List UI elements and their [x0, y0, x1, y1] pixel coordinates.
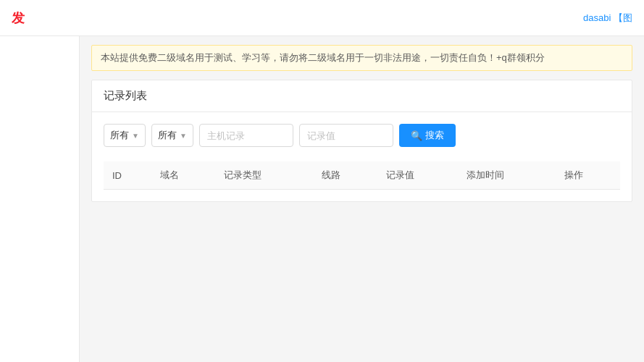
table-header: ID 域名 记录类型 线路 记录值 添加时间 操作	[104, 161, 620, 190]
col-action: 操作	[556, 161, 620, 190]
table-header-row: ID 域名 记录类型 线路 记录值 添加时间 操作	[104, 161, 620, 190]
site-logo: 发	[12, 9, 25, 27]
notice-text: 本站提供免费二级域名用于测试、学习等，请勿将二级域名用于一切非法用途，一切责任自…	[101, 52, 545, 63]
records-table: ID 域名 记录类型 线路 记录值 添加时间 操作	[104, 161, 620, 190]
user-info[interactable]: dasabi 【图	[583, 12, 632, 25]
col-id: ID	[104, 161, 151, 190]
col-domain: 域名	[151, 161, 216, 190]
host-record-input[interactable]	[199, 124, 293, 147]
card-title: 记录列表	[104, 89, 147, 101]
sidebar	[0, 36, 80, 362]
filter-select-1-value: 所有	[110, 129, 129, 142]
card-header: 记录列表	[92, 80, 632, 112]
filter-select-1[interactable]: 所有 ▼	[104, 124, 146, 147]
main-layout: 本站提供免费二级域名用于测试、学习等，请勿将二级域名用于一切非法用途，一切责任自…	[0, 36, 644, 362]
filter-select-2-value: 所有	[158, 129, 177, 142]
top-nav: 发 dasabi 【图	[0, 0, 644, 36]
filter-row: 所有 ▼ 所有 ▼ 🔍 搜索	[104, 124, 620, 147]
notice-bar: 本站提供免费二级域名用于测试、学习等，请勿将二级域名用于一切非法用途，一切责任自…	[91, 45, 632, 71]
col-line: 线路	[313, 161, 377, 190]
col-add-time: 添加时间	[458, 161, 556, 190]
search-button[interactable]: 🔍 搜索	[399, 124, 456, 147]
card-body: 所有 ▼ 所有 ▼ 🔍 搜索	[92, 112, 632, 201]
main-content: 本站提供免费二级域名用于测试、学习等，请勿将二级域名用于一切非法用途，一切责任自…	[80, 36, 644, 362]
chevron-down-icon-2: ▼	[180, 132, 187, 140]
col-value: 记录值	[377, 161, 459, 190]
records-card: 记录列表 所有 ▼ 所有 ▼ 🔍	[91, 80, 632, 202]
record-value-input[interactable]	[299, 124, 393, 147]
col-type: 记录类型	[215, 161, 313, 190]
chevron-down-icon-1: ▼	[132, 132, 139, 140]
search-btn-label: 搜索	[425, 129, 444, 142]
filter-select-2[interactable]: 所有 ▼	[151, 124, 193, 147]
search-icon: 🔍	[411, 130, 422, 141]
